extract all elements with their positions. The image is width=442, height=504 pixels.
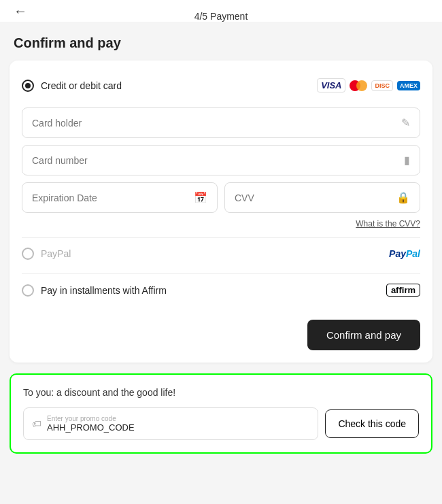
divider-2: [22, 273, 420, 274]
cardholder-input[interactable]: [32, 118, 396, 129]
divider-1: [22, 237, 420, 238]
cvv-field-wrap: 🔒: [224, 182, 420, 213]
lock-icon: 🔒: [396, 191, 410, 204]
cardnumber-field-wrap: ▮: [22, 145, 420, 175]
confirm-pay-button[interactable]: Confirm and pay: [307, 320, 420, 350]
card-option-label: Credit or debit card: [41, 80, 317, 91]
header-title: 4/5 Payment: [194, 11, 248, 22]
promo-tag-icon: 🏷: [32, 418, 41, 429]
visa-logo: VISA: [317, 78, 345, 93]
expiry-field-wrap: 📅: [22, 182, 218, 213]
payment-card: Credit or debit card VISA DISC AMEX ✎ ▮: [10, 61, 432, 363]
promo-text: To you: a discount and the good life!: [23, 387, 419, 398]
cardholder-field-wrap: ✎: [22, 107, 420, 138]
promo-input-wrap: 🏷 Enter your promo code AHH_PROMO_CODE: [23, 407, 318, 440]
radio-paypal[interactable]: [22, 248, 34, 260]
amex-logo: AMEX: [397, 81, 420, 90]
promo-input-row: 🏷 Enter your promo code AHH_PROMO_CODE C…: [23, 407, 419, 440]
paypal-logo: PayPal: [389, 248, 420, 259]
expiry-input[interactable]: [32, 192, 188, 203]
back-button[interactable]: ←: [14, 3, 27, 19]
header: ← 4/5 Payment: [0, 0, 442, 22]
confirm-row: Confirm and pay: [22, 317, 420, 350]
paypal-option-label: PayPal: [41, 248, 389, 259]
payment-option-paypal[interactable]: PayPal PayPal: [22, 245, 420, 265]
check-code-button[interactable]: Check this code: [325, 409, 419, 438]
cvv-input[interactable]: [235, 192, 391, 203]
discover-logo: DISC: [371, 80, 393, 91]
person-icon: ✎: [401, 116, 410, 129]
promo-placeholder: Enter your promo code: [47, 415, 309, 422]
radio-affirm[interactable]: [22, 284, 34, 297]
affirm-option-label: Pay in installments with Affirm: [41, 285, 386, 296]
card-logos: VISA DISC AMEX: [317, 78, 420, 93]
payment-option-card[interactable]: Credit or debit card VISA DISC AMEX: [22, 73, 420, 98]
calendar-icon: 📅: [194, 191, 207, 204]
promo-input-inner: Enter your promo code AHH_PROMO_CODE: [47, 415, 309, 433]
promo-section: To you: a discount and the good life! 🏷 …: [10, 373, 432, 454]
card-form: ✎ ▮ 📅 🔒 What is the CVV?: [22, 107, 420, 229]
cardnumber-input[interactable]: [32, 155, 398, 166]
cvv-link-row: What is the CVV?: [22, 217, 420, 229]
mastercard-logo: [350, 80, 367, 91]
page-title: Confirm and pay: [0, 22, 442, 61]
payment-option-affirm[interactable]: Pay in installments with Affirm affirm: [22, 281, 420, 302]
card-icon: ▮: [404, 154, 410, 167]
expiry-cvv-row: 📅 🔒: [22, 182, 420, 213]
cvv-link[interactable]: What is the CVV?: [356, 219, 420, 229]
radio-card[interactable]: [22, 80, 34, 92]
affirm-logo: affirm: [386, 284, 420, 297]
promo-value[interactable]: AHH_PROMO_CODE: [47, 422, 309, 433]
